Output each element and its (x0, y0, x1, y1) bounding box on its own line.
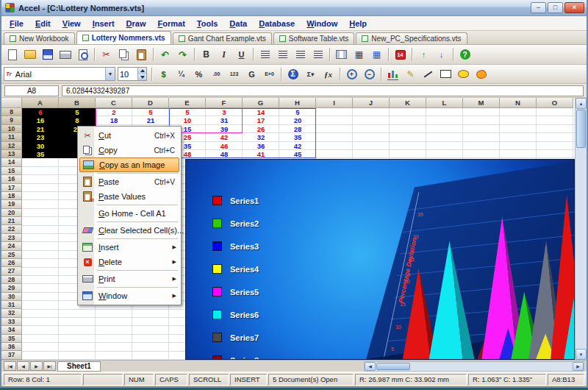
cell-B9[interactable]: 8 (59, 116, 96, 124)
cell-F12[interactable]: 46 (206, 142, 243, 150)
row-header-16[interactable]: 16 (1, 175, 22, 183)
cell-H8[interactable]: 5 (279, 108, 316, 116)
column-header-C[interactable]: C (96, 98, 132, 108)
cell-A11[interactable]: 23 (22, 133, 59, 141)
new-workbook-button[interactable] (4, 46, 21, 63)
row-header-20[interactable]: 20 (1, 209, 22, 217)
sort-descending-button[interactable]: ↓ (433, 46, 450, 63)
column-header-I[interactable]: I (316, 98, 353, 108)
justify-button[interactable] (309, 46, 326, 63)
spin-down-icon[interactable] (138, 74, 146, 81)
row-header-25[interactable]: 25 (1, 251, 22, 259)
cell-G13[interactable]: 41 (243, 150, 279, 158)
menu-format[interactable]: Format (152, 17, 191, 30)
cell-A13[interactable]: 35 (22, 150, 59, 158)
formula-input[interactable]: 6.02844332439287 (62, 85, 584, 96)
context-print[interactable]: Print▶ (79, 272, 179, 286)
title-bar[interactable]: Accel - [C:\Lottery Nommers.vts] – □ × (1, 0, 587, 16)
row-header-23[interactable]: 23 (1, 234, 22, 242)
row-header-8[interactable]: 8 (1, 108, 22, 116)
save-button[interactable] (39, 46, 56, 63)
column-header-A[interactable]: A (22, 98, 59, 108)
menu-tools[interactable]: Tools (191, 17, 224, 30)
row-header-14[interactable]: 14 (1, 158, 22, 166)
column-header-N[interactable]: N (500, 98, 537, 108)
print-button[interactable] (57, 46, 74, 63)
column-header-H[interactable]: H (279, 98, 316, 108)
column-header-G[interactable]: G (243, 98, 279, 108)
dropdown-arrow-icon[interactable] (105, 68, 115, 80)
row-header-22[interactable]: 22 (1, 225, 22, 233)
scroll-track[interactable] (576, 149, 587, 349)
horizontal-scroll-thumb[interactable] (376, 363, 410, 370)
line-tool-button[interactable] (420, 66, 437, 82)
underline-button[interactable]: U (233, 46, 250, 63)
cell-D8[interactable]: 5 (132, 108, 169, 116)
row-header-34[interactable]: 34 (1, 326, 22, 334)
horizontal-scrollbar[interactable]: ◀ ▶ (364, 361, 584, 372)
sheet-next-button[interactable]: ▶ (30, 361, 43, 371)
borders-button[interactable]: ▦ (351, 46, 368, 63)
context-paste-values[interactable]: Paste Values (79, 189, 179, 204)
doc-tab-software-table-vts[interactable]: Software Table.vts (273, 32, 355, 44)
zoom-out-button[interactable]: − (361, 66, 378, 82)
align-center-button[interactable] (274, 46, 291, 63)
menu-file[interactable]: File (4, 17, 29, 30)
insert-table-button[interactable]: ▦ (368, 46, 385, 63)
ellipse-tool-button[interactable] (455, 66, 472, 82)
context-copy[interactable]: CopyCtrl+C (79, 143, 179, 157)
row-header-35[interactable]: 35 (1, 335, 22, 343)
vertical-scroll-thumb[interactable] (576, 110, 586, 148)
context-clear-selected-cell-s[interactable]: Clear Selected Cell(s)... (79, 223, 179, 238)
menu-edit[interactable]: Edit (29, 17, 57, 30)
row-header-10[interactable]: 10 (1, 125, 22, 133)
cell-G8[interactable]: 14 (243, 108, 279, 116)
row-header-17[interactable]: 17 (1, 184, 22, 192)
row-header-11[interactable]: 11 (1, 133, 22, 141)
sheet-last-button[interactable]: ▶| (43, 361, 56, 371)
menu-draw[interactable]: Draw (121, 17, 152, 30)
close-button[interactable]: × (564, 2, 584, 13)
redo-button[interactable]: ↷ (174, 46, 191, 63)
minimize-button[interactable]: – (531, 2, 546, 13)
decimal-button[interactable]: .00 (208, 66, 225, 82)
row-header-26[interactable]: 26 (1, 259, 22, 267)
scroll-down-button[interactable]: ▼ (576, 349, 587, 360)
cell-C8[interactable]: 2 (96, 108, 132, 116)
doc-tab-lottery-nommers-vts[interactable]: Lottery Nommers.vts (76, 31, 171, 44)
align-right-button[interactable] (292, 46, 309, 63)
doc-tab-new-pc-specifications-vts[interactable]: New_PC_Specifications.vts (356, 32, 467, 44)
vertical-scrollbar[interactable]: ▲ ▼ (575, 98, 587, 360)
cell-E9[interactable]: 10 (169, 116, 206, 124)
scroll-left-button[interactable]: ◀ (365, 362, 376, 371)
cell-F10[interactable]: 39 (206, 125, 243, 133)
column-header-F[interactable]: F (206, 98, 243, 108)
doc-tab-new-workbook[interactable]: New Workbook (4, 32, 75, 44)
row-header-28[interactable]: 28 (1, 276, 22, 284)
spin-up-icon[interactable] (138, 68, 146, 74)
menu-window[interactable]: Window (301, 17, 343, 30)
menu-data[interactable]: Data (223, 17, 253, 30)
cell-G9[interactable]: 17 (243, 116, 279, 124)
select-all-corner[interactable] (1, 98, 22, 108)
column-header-E[interactable]: E (169, 98, 206, 108)
column-header-L[interactable]: L (426, 98, 463, 108)
row-header-9[interactable]: 9 (1, 116, 22, 124)
cell-F8[interactable]: 3 (206, 108, 243, 116)
column-header-M[interactable]: M (463, 98, 500, 108)
autosum-menu-button[interactable]: Σ▾ (302, 66, 319, 82)
cell-E8[interactable]: 5 (169, 108, 206, 116)
cell-A8[interactable]: 6 (22, 108, 59, 116)
function-button[interactable]: ƒx (320, 66, 337, 82)
italic-button[interactable]: I (215, 46, 232, 63)
column-header-D[interactable]: D (132, 98, 169, 108)
context-insert[interactable]: Insert▶ (79, 240, 179, 255)
row-header-13[interactable]: 13 (1, 150, 22, 158)
cell-H12[interactable]: 42 (279, 142, 316, 150)
maximize-button[interactable]: □ (548, 2, 563, 13)
cell-G12[interactable]: 36 (243, 142, 279, 150)
column-header-B[interactable]: B (59, 98, 96, 108)
percent-button[interactable]: % (190, 66, 207, 82)
font-name-select[interactable]: Tr Arial (4, 67, 115, 81)
context-window[interactable]: Window▶ (79, 288, 179, 303)
